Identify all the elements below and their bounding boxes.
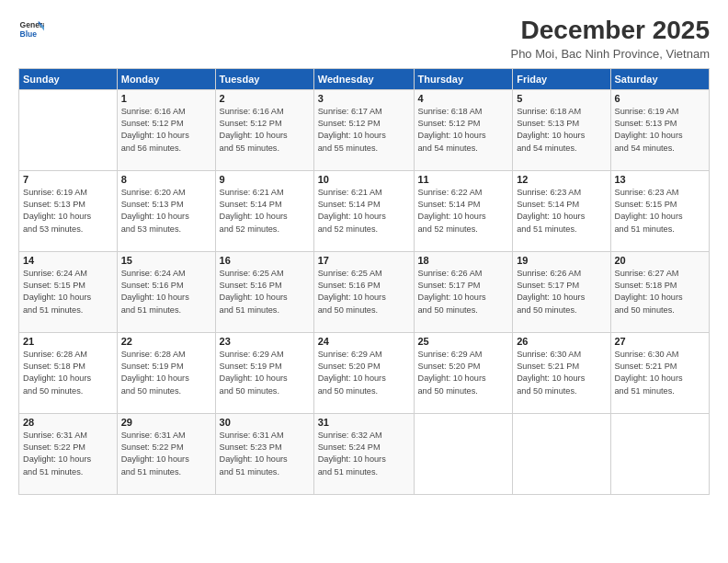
day-info: Sunrise: 6:18 AMSunset: 5:13 PMDaylight:… [517,106,606,155]
calendar-cell: 17Sunrise: 6:25 AMSunset: 5:16 PMDayligh… [313,251,414,332]
calendar-cell: 10Sunrise: 6:21 AMSunset: 5:14 PMDayligh… [313,170,414,251]
calendar-header-sunday: Sunday [19,68,118,89]
calendar-cell: 20Sunrise: 6:27 AMSunset: 5:18 PMDayligh… [610,251,710,332]
location: Pho Moi, Bac Ninh Province, Vietnam [510,47,710,61]
calendar-cell: 13Sunrise: 6:23 AMSunset: 5:15 PMDayligh… [610,170,710,251]
calendar-cell: 14Sunrise: 6:24 AMSunset: 5:15 PMDayligh… [19,251,118,332]
day-info: Sunrise: 6:18 AMSunset: 5:12 PMDaylight:… [418,106,509,155]
day-info: Sunrise: 6:25 AMSunset: 5:16 PMDaylight:… [220,268,310,316]
day-info: Sunrise: 6:24 AMSunset: 5:15 PMDaylight:… [23,268,113,316]
calendar-cell: 6Sunrise: 6:19 AMSunset: 5:13 PMDaylight… [610,89,710,170]
day-info: Sunrise: 6:21 AMSunset: 5:14 PMDaylight:… [220,187,310,236]
day-number: 13 [615,174,706,185]
calendar-cell: 24Sunrise: 6:29 AMSunset: 5:20 PMDayligh… [313,332,414,413]
calendar-header-row: SundayMondayTuesdayWednesdayThursdayFrid… [19,68,710,89]
calendar-header-monday: Monday [117,68,215,89]
day-number: 24 [318,336,410,347]
calendar-cell: 26Sunrise: 6:30 AMSunset: 5:21 PMDayligh… [513,332,610,413]
calendar-week-row: 14Sunrise: 6:24 AMSunset: 5:15 PMDayligh… [19,251,710,332]
day-info: Sunrise: 6:23 AMSunset: 5:15 PMDaylight:… [615,187,706,236]
day-info: Sunrise: 6:28 AMSunset: 5:19 PMDaylight:… [121,349,211,397]
calendar-week-row: 7Sunrise: 6:19 AMSunset: 5:13 PMDaylight… [19,170,710,251]
day-info: Sunrise: 6:29 AMSunset: 5:20 PMDaylight:… [418,349,509,397]
day-info: Sunrise: 6:16 AMSunset: 5:12 PMDaylight:… [121,106,211,155]
calendar-header-friday: Friday [513,68,610,89]
calendar-cell: 23Sunrise: 6:29 AMSunset: 5:19 PMDayligh… [215,332,313,413]
day-info: Sunrise: 6:30 AMSunset: 5:21 PMDaylight:… [615,349,706,397]
day-number: 10 [318,174,410,185]
calendar-cell: 21Sunrise: 6:28 AMSunset: 5:18 PMDayligh… [19,332,118,413]
calendar-cell: 28Sunrise: 6:31 AMSunset: 5:22 PMDayligh… [19,413,118,494]
calendar-cell: 1Sunrise: 6:16 AMSunset: 5:12 PMDaylight… [117,89,215,170]
day-info: Sunrise: 6:25 AMSunset: 5:16 PMDaylight:… [318,268,410,316]
calendar-week-row: 1Sunrise: 6:16 AMSunset: 5:12 PMDaylight… [19,89,710,170]
calendar-cell: 2Sunrise: 6:16 AMSunset: 5:12 PMDaylight… [215,89,313,170]
calendar-cell: 12Sunrise: 6:23 AMSunset: 5:14 PMDayligh… [513,170,610,251]
day-info: Sunrise: 6:27 AMSunset: 5:18 PMDaylight:… [615,268,706,316]
calendar-cell [414,413,513,494]
day-number: 26 [517,336,606,347]
day-info: Sunrise: 6:31 AMSunset: 5:22 PMDaylight:… [121,430,211,478]
day-info: Sunrise: 6:29 AMSunset: 5:19 PMDaylight:… [220,349,310,397]
calendar-cell: 29Sunrise: 6:31 AMSunset: 5:22 PMDayligh… [117,413,215,494]
page-header: General Blue December 2025 Pho Moi, Bac … [18,17,710,61]
day-number: 27 [615,336,706,347]
day-info: Sunrise: 6:24 AMSunset: 5:16 PMDaylight:… [121,268,211,316]
calendar-cell: 31Sunrise: 6:32 AMSunset: 5:24 PMDayligh… [313,413,414,494]
day-info: Sunrise: 6:17 AMSunset: 5:12 PMDaylight:… [318,106,410,155]
day-info: Sunrise: 6:19 AMSunset: 5:13 PMDaylight:… [615,106,706,155]
calendar-cell: 7Sunrise: 6:19 AMSunset: 5:13 PMDaylight… [19,170,118,251]
svg-text:Blue: Blue [20,29,38,39]
day-number: 3 [318,93,410,104]
day-number: 9 [220,174,310,185]
day-info: Sunrise: 6:16 AMSunset: 5:12 PMDaylight:… [220,106,310,155]
calendar-cell: 18Sunrise: 6:26 AMSunset: 5:17 PMDayligh… [414,251,513,332]
day-number: 23 [220,336,310,347]
calendar-header-thursday: Thursday [414,68,513,89]
day-info: Sunrise: 6:26 AMSunset: 5:17 PMDaylight:… [418,268,509,316]
calendar-cell: 8Sunrise: 6:20 AMSunset: 5:13 PMDaylight… [117,170,215,251]
calendar-cell: 15Sunrise: 6:24 AMSunset: 5:16 PMDayligh… [117,251,215,332]
day-number: 4 [418,93,509,104]
calendar-cell: 25Sunrise: 6:29 AMSunset: 5:20 PMDayligh… [414,332,513,413]
day-number: 16 [220,255,310,266]
calendar-header-wednesday: Wednesday [313,68,414,89]
day-info: Sunrise: 6:31 AMSunset: 5:23 PMDaylight:… [220,430,310,478]
day-number: 21 [23,336,113,347]
calendar-cell: 19Sunrise: 6:26 AMSunset: 5:17 PMDayligh… [513,251,610,332]
calendar-cell: 4Sunrise: 6:18 AMSunset: 5:12 PMDaylight… [414,89,513,170]
calendar-header-saturday: Saturday [610,68,710,89]
calendar-cell: 30Sunrise: 6:31 AMSunset: 5:23 PMDayligh… [215,413,313,494]
day-info: Sunrise: 6:30 AMSunset: 5:21 PMDaylight:… [517,349,606,397]
logo-icon: General Blue [18,17,44,42]
day-number: 22 [121,336,211,347]
day-number: 28 [23,417,113,428]
day-info: Sunrise: 6:28 AMSunset: 5:18 PMDaylight:… [23,349,113,397]
day-number: 30 [220,417,310,428]
calendar-cell: 27Sunrise: 6:30 AMSunset: 5:21 PMDayligh… [610,332,710,413]
day-number: 18 [418,255,509,266]
day-number: 20 [615,255,706,266]
calendar-cell: 22Sunrise: 6:28 AMSunset: 5:19 PMDayligh… [117,332,215,413]
day-number: 1 [121,93,211,104]
calendar-table: SundayMondayTuesdayWednesdayThursdayFrid… [18,68,710,495]
calendar-header-tuesday: Tuesday [215,68,313,89]
day-info: Sunrise: 6:22 AMSunset: 5:14 PMDaylight:… [418,187,509,236]
day-info: Sunrise: 6:31 AMSunset: 5:22 PMDaylight:… [23,430,113,478]
calendar-cell: 3Sunrise: 6:17 AMSunset: 5:12 PMDaylight… [313,89,414,170]
day-number: 5 [517,93,606,104]
calendar-cell [610,413,710,494]
day-number: 2 [220,93,310,104]
day-number: 14 [23,255,113,266]
calendar-cell: 11Sunrise: 6:22 AMSunset: 5:14 PMDayligh… [414,170,513,251]
day-info: Sunrise: 6:20 AMSunset: 5:13 PMDaylight:… [121,187,211,236]
calendar-cell: 9Sunrise: 6:21 AMSunset: 5:14 PMDaylight… [215,170,313,251]
calendar-cell [513,413,610,494]
day-number: 11 [418,174,509,185]
month-title: December 2025 [510,17,710,45]
calendar-week-row: 28Sunrise: 6:31 AMSunset: 5:22 PMDayligh… [19,413,710,494]
day-number: 8 [121,174,211,185]
day-info: Sunrise: 6:29 AMSunset: 5:20 PMDaylight:… [318,349,410,397]
day-number: 19 [517,255,606,266]
logo: General Blue [18,17,44,42]
